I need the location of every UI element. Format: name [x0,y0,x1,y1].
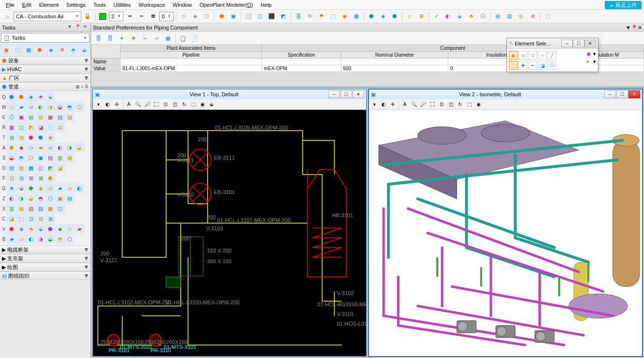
palette-item[interactable]: ◆ [16,143,26,152]
sel-rect-icon[interactable]: ◆ [509,51,518,60]
tb-m[interactable]: ≡ [404,11,415,22]
view1-max[interactable]: ☐ [340,90,352,98]
palette-item[interactable]: ⊟ [16,173,26,183]
view1-close[interactable]: ✕ [353,90,364,98]
palette-item[interactable]: ▩ [7,122,16,132]
palette-item[interactable]: ◑ [65,143,75,152]
palette-item[interactable]: ◒ [75,143,84,152]
tb-p[interactable]: ◐ [443,11,453,22]
view2-max[interactable]: ☐ [616,90,628,98]
palette-item[interactable]: ◫ [36,163,46,173]
tb-t[interactable]: ▥ [504,11,515,22]
q4-icon[interactable]: ⬢ [34,45,45,55]
tb-i[interactable]: ▦ [351,11,362,22]
q5-icon[interactable]: ◈ [46,45,56,55]
v1t13[interactable]: ⬙ [207,100,216,109]
palette-item[interactable]: ⬘ [26,224,36,234]
acc-devices[interactable]: ⬢ 设备⯆ [0,56,91,65]
cube1-icon[interactable]: ⬜ [243,11,254,22]
pt8-icon[interactable]: 📋 [178,33,188,44]
palette-item[interactable]: ⬚ [46,122,55,132]
palette-item[interactable]: ▨ [16,163,26,173]
tb-o[interactable]: ✓ [431,11,442,22]
palette-item[interactable]: ⬟ [7,143,16,152]
acc-cable[interactable]: ▶ 电缆桥架⯆ [0,245,91,254]
palette-item[interactable]: ◫ [16,122,26,132]
palette-item[interactable]: ⬡ [26,153,36,163]
tb-a[interactable]: ◇ [178,11,189,22]
sel-dd1[interactable]: ▾ [593,51,596,57]
acc-support[interactable]: ▶ 支吊架⯆ [0,254,91,263]
tb-d[interactable]: ⬢ [216,11,227,22]
pin-icon[interactable]: 📍 [74,24,81,31]
menu-edit[interactable]: Edit [18,1,35,9]
palette-item[interactable]: ⊞ [26,173,36,183]
sel-add-icon[interactable]: ⬚ [509,61,518,70]
palette-item[interactable]: ▥ [55,153,65,163]
tb-k[interactable]: ◈ [378,11,388,22]
combo-num[interactable]: 2▼ [109,12,123,21]
palette-item[interactable]: ▧ [7,163,16,173]
pt2-icon[interactable]: 🗄 [105,33,115,44]
palette-item[interactable]: ▰ [75,224,84,234]
palette-item[interactable]: ⊡ [7,173,16,183]
sel-minus-icon[interactable]: ━ [528,61,537,70]
close-icon[interactable]: ✕ [82,24,89,31]
menu-file[interactable]: File [2,1,18,9]
palette-item[interactable]: ⬘ [7,183,16,193]
cube4-icon[interactable]: ◩ [278,11,289,22]
palette-item[interactable]: ▰ [16,102,26,112]
pt7-icon[interactable]: ▦ [163,33,173,44]
cube2-icon[interactable]: ◫ [255,11,265,22]
palette-item[interactable]: ⬟ [26,183,36,193]
palette-item[interactable]: ⬢ [7,224,16,234]
tb-q[interactable]: ⬙ [454,11,465,22]
v1t7[interactable]: ⛶ [152,100,161,109]
pt3-icon[interactable]: ✦ [116,33,127,44]
pref-chevdown-icon[interactable]: ▼ [626,25,631,30]
v2t6[interactable]: 🔎 [419,100,428,109]
palette-item[interactable]: ⬡ [75,102,84,112]
val-spec[interactable]: mEX-OPM [262,65,341,72]
cube3-icon[interactable]: ⬛ [266,11,277,22]
tb-b[interactable]: ◈ [190,11,200,22]
palette-item[interactable]: ⬡ [7,112,16,122]
palette-item[interactable]: ▤ [65,194,75,203]
lock-icon[interactable]: 🔒 [82,11,93,22]
view2-close[interactable]: ✕ [629,90,640,98]
palette-item[interactable]: ▣ [16,112,26,122]
v1t6[interactable]: 🔎 [143,100,152,109]
palette-item[interactable]: ◈ [16,224,26,234]
palette-item[interactable]: ◇ [7,102,16,112]
palette-item[interactable]: ▤ [26,112,36,122]
sel-poly-icon[interactable]: ╱ [548,51,556,60]
palette-item[interactable]: ▩ [26,163,36,173]
combo-ca[interactable]: CA - Combustion Air▼ [14,12,81,21]
element-selection-window[interactable]: ↖ Element Sele... ─ ☐ ✕ ◆ ▭ ⬭ ○ ╱ ⬚ ✚ ━ … [506,38,598,72]
v1t3[interactable]: ✢ [112,100,121,109]
palette-item[interactable]: ◐ [75,183,84,193]
menu-window[interactable]: Window [169,1,196,9]
v1t9[interactable]: ◫ [170,100,179,109]
palette-item[interactable]: ◑ [16,194,26,203]
palette-item[interactable]: ⊡ [55,122,65,132]
tb-r[interactable]: ⬘ [466,11,476,22]
v1t8[interactable]: ⊡ [161,100,170,109]
palette-item[interactable]: ⬡ [65,234,75,244]
q2-icon[interactable]: ⬚ [12,45,23,55]
palette-item[interactable]: ▱ [65,183,75,193]
palette-item[interactable]: ▦ [16,204,26,213]
view2-titlebar[interactable]: ▣ View 2 - Isometric, Default ─ ☐ ✕ [369,90,642,99]
menu-help[interactable]: Help [257,1,276,9]
menu-settings[interactable]: Settings [62,1,90,9]
palette-item[interactable]: ◓ [55,234,65,244]
palette-item[interactable]: ⬣ [26,133,36,142]
palette-item[interactable]: ⊠ [36,173,46,183]
v2t9[interactable]: ◫ [446,100,455,109]
v1t4[interactable]: A [124,100,133,109]
tb-h[interactable]: ◉ [339,11,350,22]
pt4-icon[interactable]: ✚ [128,33,138,44]
palette-item[interactable]: ◑ [36,234,46,244]
palette-item[interactable]: ◈ [26,92,36,102]
v2t5[interactable]: 🔍 [410,100,418,109]
